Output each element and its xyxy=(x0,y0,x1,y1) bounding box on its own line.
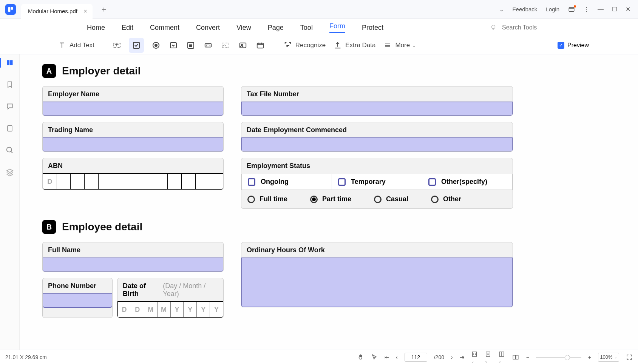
search-tools-input[interactable] xyxy=(502,24,555,31)
hand-tool-icon[interactable] xyxy=(357,354,364,361)
close-tab-icon[interactable]: × xyxy=(84,8,87,15)
menu-page[interactable]: Page xyxy=(268,24,284,32)
search-icon[interactable] xyxy=(5,146,14,155)
recognize-icon xyxy=(283,40,293,51)
text-icon xyxy=(57,40,67,51)
signature-tool[interactable] xyxy=(220,40,231,51)
input-date-commenced[interactable] xyxy=(241,137,513,152)
svg-point-3 xyxy=(491,25,495,29)
menu-convert[interactable]: Convert xyxy=(196,24,220,32)
new-tab-button[interactable]: ＋ xyxy=(100,4,108,14)
label-employer-name: Employer Name xyxy=(43,86,223,102)
dob-hint: (Day / Month / Year) xyxy=(163,282,218,298)
thumbnails-icon[interactable] xyxy=(5,58,14,67)
radio-fulltime[interactable]: Full time xyxy=(247,195,287,203)
minimize-button[interactable]: — xyxy=(598,6,604,13)
field-date-commenced: Date Employment Commenced xyxy=(241,122,513,152)
input-trading-name[interactable] xyxy=(42,137,224,152)
chevron-down-icon[interactable]: ⌄ xyxy=(499,6,504,12)
fit-page-icon[interactable]: ⌄ xyxy=(485,351,491,364)
input-phone[interactable] xyxy=(42,293,113,308)
input-ordinary-hours[interactable] xyxy=(241,258,513,307)
svg-rect-5 xyxy=(133,42,139,48)
radio-icon-selected xyxy=(310,196,318,203)
add-text-tool[interactable]: Add Text xyxy=(57,40,94,51)
fit-width-icon[interactable]: ⌄ xyxy=(471,351,478,364)
attachment-icon[interactable] xyxy=(5,124,14,133)
input-employer-name[interactable] xyxy=(42,102,224,116)
last-page-icon[interactable]: ⇥ xyxy=(460,354,464,360)
document-tab[interactable]: Modular Homes.pdf × xyxy=(21,4,93,19)
radio-other[interactable]: Other xyxy=(431,195,461,203)
input-tax-file[interactable] xyxy=(241,102,513,116)
svg-rect-1 xyxy=(11,7,13,10)
zoom-slider[interactable] xyxy=(536,357,581,358)
abn-cells[interactable]: D xyxy=(42,173,224,190)
close-window-button[interactable]: ✕ xyxy=(626,6,630,13)
svg-rect-17 xyxy=(10,60,12,65)
menu-comment[interactable]: Comment xyxy=(150,24,179,32)
checkmark-icon: ✓ xyxy=(558,42,564,49)
fullscreen-icon[interactable] xyxy=(626,354,633,361)
status-ongoing[interactable]: Ongoing xyxy=(242,174,332,190)
kebab-menu-icon[interactable]: ⋮ xyxy=(584,6,589,13)
menu-home[interactable]: Home xyxy=(87,24,105,32)
notification-icon[interactable] xyxy=(568,6,575,13)
menu-form[interactable]: Form xyxy=(329,22,345,33)
label-dob: Date of Birth xyxy=(123,282,160,298)
svg-rect-8 xyxy=(170,43,176,48)
radio-icon xyxy=(374,196,382,203)
listbox-tool[interactable] xyxy=(185,40,196,51)
radio-casual[interactable]: Casual xyxy=(374,195,408,203)
recognize-tool[interactable]: Recognize xyxy=(283,40,326,51)
zoom-in-icon[interactable]: + xyxy=(588,354,591,360)
two-page-icon[interactable] xyxy=(512,354,519,361)
menubar: Home Edit Comment Convert View Page Tool… xyxy=(0,19,638,36)
divider xyxy=(103,41,103,50)
status-temporary[interactable]: Temporary xyxy=(332,174,422,190)
checkbox-tool[interactable] xyxy=(129,38,144,53)
input-full-name[interactable] xyxy=(42,258,224,272)
text-field-tool[interactable] xyxy=(111,40,122,51)
next-page-icon[interactable]: › xyxy=(451,354,453,360)
menu-edit[interactable]: Edit xyxy=(122,24,133,32)
zoom-value[interactable]: 100%⌄ xyxy=(598,353,619,362)
menu-view[interactable]: View xyxy=(236,24,251,32)
dob-cells[interactable]: DDMMYYYY xyxy=(117,301,224,318)
field-ordinary-hours: Ordinary Hours Of Work xyxy=(241,242,513,307)
comment-icon[interactable] xyxy=(5,102,14,111)
layers-icon[interactable] xyxy=(5,168,14,177)
section-b-header: B Employee detail xyxy=(42,220,615,234)
extra-data-tool[interactable]: Extra Data xyxy=(332,40,375,51)
prev-page-icon[interactable]: ‹ xyxy=(396,354,398,360)
radio-tool[interactable] xyxy=(151,40,161,51)
svg-rect-0 xyxy=(8,7,10,12)
image-tool[interactable] xyxy=(238,40,248,51)
bookmark-icon[interactable] xyxy=(5,80,14,89)
lightbulb-icon[interactable] xyxy=(489,23,497,32)
svg-rect-23 xyxy=(513,355,515,359)
divider xyxy=(274,41,274,50)
status-other[interactable]: Other(specify) xyxy=(422,174,512,190)
view-mode-icon[interactable]: ⌄ xyxy=(498,351,505,364)
menu-protect[interactable]: Protect xyxy=(362,24,383,32)
menu-tool[interactable]: Tool xyxy=(300,24,313,32)
app-logo[interactable] xyxy=(5,4,16,15)
date-tool[interactable] xyxy=(255,40,266,51)
titlebar: Modular Homes.pdf × ＋ ⌄ Feedback Login ⋮… xyxy=(0,0,638,19)
login-link[interactable]: Login xyxy=(545,6,559,12)
form-toolbar: Add Text BTN Recognize Extra Data More ⌄… xyxy=(0,36,638,54)
sidebar xyxy=(0,54,20,350)
page-number-input[interactable] xyxy=(405,353,427,362)
dropdown-tool[interactable] xyxy=(168,40,179,51)
select-tool-icon[interactable] xyxy=(371,354,378,361)
maximize-button[interactable]: ☐ xyxy=(612,6,617,13)
first-page-icon[interactable]: ⇤ xyxy=(385,354,389,360)
radio-parttime[interactable]: Part time xyxy=(310,195,351,203)
preview-toggle[interactable]: ✓ Preview xyxy=(558,42,589,49)
more-tool[interactable]: More ⌄ xyxy=(382,40,416,51)
button-tool[interactable]: BTN xyxy=(203,40,213,51)
feedback-link[interactable]: Feedback xyxy=(512,6,537,12)
time-radio-row: Full time Part time Casual Other xyxy=(241,190,513,208)
zoom-out-icon[interactable]: − xyxy=(526,354,529,360)
